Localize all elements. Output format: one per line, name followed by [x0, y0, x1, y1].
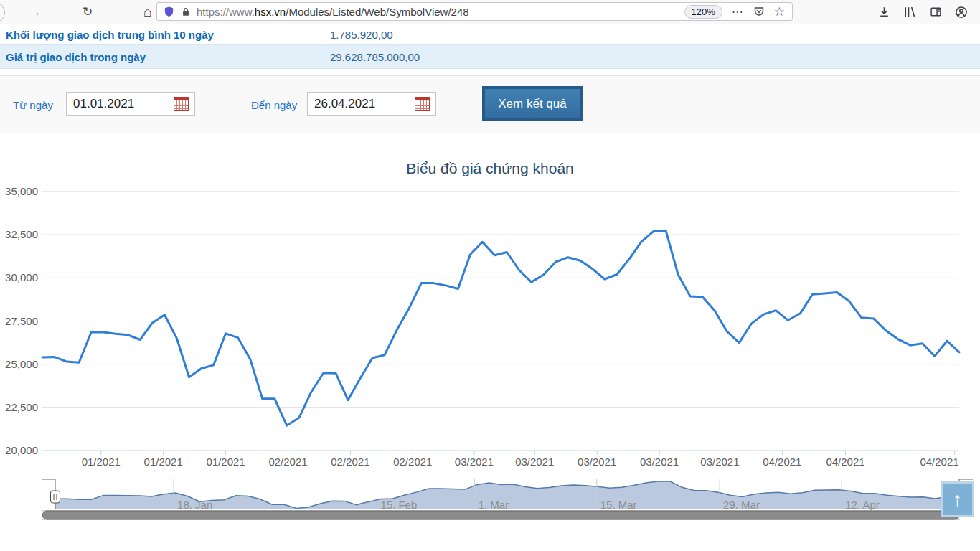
reload-button[interactable]: ↻ — [77, 0, 98, 24]
stat-value: 29.628.785.000,00 — [330, 51, 420, 63]
stat-label: Khối lượng giao dịch trung bình 10 ngày — [6, 29, 214, 41]
lock-icon[interactable] — [181, 6, 191, 17]
svg-text:15. Feb: 15. Feb — [381, 499, 418, 511]
svg-text:01/2021: 01/2021 — [82, 456, 121, 468]
svg-text:32,500: 32,500 — [5, 228, 38, 240]
svg-text:18. Jan: 18. Jan — [177, 499, 212, 511]
svg-text:20,000: 20,000 — [5, 444, 38, 456]
chart-title: Biểu đồ giá chứng khoán — [0, 160, 980, 177]
svg-text:03/2021: 03/2021 — [515, 456, 554, 468]
back-button[interactable] — [0, 2, 5, 23]
svg-text:15. Mar: 15. Mar — [600, 499, 637, 511]
svg-text:1. Mar: 1. Mar — [479, 499, 509, 511]
stat-label: Giá trị giao dịch trong ngày — [6, 51, 146, 63]
svg-text:04/2021: 04/2021 — [920, 456, 958, 468]
svg-text:22,500: 22,500 — [5, 401, 38, 413]
up-arrow-icon: ↑ — [953, 489, 963, 511]
svg-text:35,000: 35,000 — [5, 185, 38, 197]
url-path: /Modules/Listed/Web/SymbolView/248 — [286, 6, 468, 18]
home-button[interactable]: ⌂ — [138, 0, 158, 24]
scroll-to-top-button[interactable]: ↑ — [941, 481, 974, 517]
svg-text:01/2021: 01/2021 — [206, 456, 245, 468]
calendar-icon[interactable] — [174, 97, 189, 111]
download-icon[interactable] — [875, 0, 893, 24]
pocket-icon[interactable] — [753, 6, 765, 17]
account-icon[interactable] — [952, 0, 971, 24]
price-chart: 20,00022,50025,00027,50030,00032,50035,0… — [0, 183, 980, 470]
browser-toolbar: → ↻ ⌂ https://www.hsx.vn/Modules/Listed/… — [0, 0, 980, 24]
svg-text:03/2021: 03/2021 — [455, 456, 494, 468]
table-row: Khối lượng giao dịch trung bình 10 ngày … — [0, 24, 980, 45]
url-bar[interactable]: https://www.hsx.vn/Modules/Listed/Web/Sy… — [156, 2, 793, 21]
stat-value: 1.785.920,00 — [330, 29, 393, 41]
url-domain: hsx.vn — [255, 6, 286, 18]
zoom-level-badge[interactable]: 120% — [684, 5, 722, 19]
bookmark-star-icon[interactable]: ☆ — [774, 4, 785, 19]
from-date-wrapper — [66, 92, 195, 116]
svg-text:03/2021: 03/2021 — [640, 456, 679, 468]
svg-text:01/2021: 01/2021 — [144, 456, 183, 468]
from-date-label: Từ ngày — [13, 99, 53, 111]
shield-icon[interactable] — [164, 6, 174, 17]
svg-text:27,500: 27,500 — [5, 315, 38, 327]
svg-text:02/2021: 02/2021 — [393, 456, 432, 468]
chart-navigator[interactable]: 18. Jan15. Feb1. Mar15. Mar29. Mar12. Ap… — [0, 470, 980, 524]
to-date-wrapper — [307, 92, 436, 116]
svg-text:30,000: 30,000 — [5, 271, 38, 283]
url-protocol: https://www. — [197, 6, 255, 18]
url-text: https://www.hsx.vn/Modules/Listed/Web/Sy… — [197, 6, 469, 18]
forward-button[interactable]: → — [24, 0, 44, 24]
svg-text:25,000: 25,000 — [5, 358, 38, 370]
svg-text:03/2021: 03/2021 — [700, 456, 739, 468]
table-row: Giá trị giao dịch trong ngày 29.628.785.… — [0, 45, 980, 69]
calendar-icon[interactable] — [415, 97, 430, 111]
svg-text:04/2021: 04/2021 — [826, 456, 864, 468]
svg-text:02/2021: 02/2021 — [268, 456, 307, 468]
svg-text:04/2021: 04/2021 — [763, 456, 801, 468]
date-filter-panel: Từ ngày Đến ngày Xem kết quả — [0, 75, 980, 133]
page-actions-icon[interactable]: ⋯ — [732, 5, 744, 19]
svg-text:29. Mar: 29. Mar — [723, 499, 760, 511]
svg-text:03/2021: 03/2021 — [578, 456, 616, 468]
sidebar-icon[interactable] — [926, 0, 945, 24]
to-date-label: Đến ngày — [251, 99, 297, 111]
view-results-button[interactable]: Xem kết quả — [482, 86, 583, 121]
svg-text:12. Apr: 12. Apr — [845, 499, 880, 511]
svg-text:02/2021: 02/2021 — [331, 456, 369, 468]
library-icon[interactable] — [900, 0, 918, 24]
